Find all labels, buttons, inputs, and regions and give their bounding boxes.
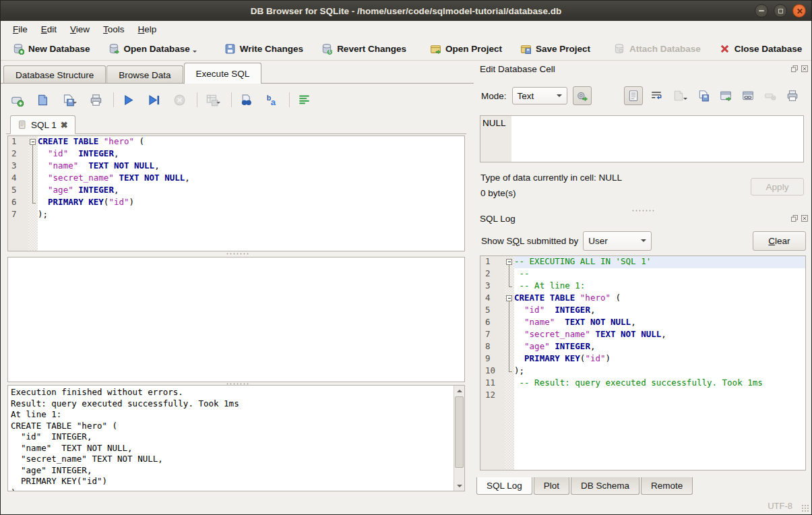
dock-float-icon[interactable] (790, 65, 799, 75)
splitter-docks[interactable] (480, 209, 806, 212)
resize-grip[interactable] (801, 504, 809, 512)
auto-complete-button[interactable]: ba (263, 92, 280, 109)
window-controls (755, 4, 806, 18)
db-arrow-icon (108, 43, 120, 55)
line-number: 8 (480, 341, 505, 353)
print-cell-button[interactable] (784, 87, 801, 104)
messages-scrollbar[interactable] (454, 386, 464, 491)
menu-tools[interactable]: Tools (96, 22, 131, 36)
attach-database-button[interactable]: Attach Database (609, 40, 706, 57)
dock-close-icon[interactable] (801, 65, 809, 75)
fold-collapse-icon[interactable] (28, 136, 38, 148)
menu-file[interactable]: File (6, 22, 34, 36)
fold-collapse-icon[interactable] (505, 256, 514, 268)
set-null-button[interactable] (761, 87, 779, 104)
line-number: 1 (480, 256, 505, 268)
line-number: 6 (8, 197, 28, 209)
main-tab-bar: Database StructureBrowse DataExecute SQL (3, 63, 262, 84)
gear-arrow-icon (576, 90, 588, 102)
write-changes-button[interactable]: Write Changes (220, 40, 308, 57)
sql-tab-close-icon[interactable] (61, 121, 68, 129)
copy-cell-link-button[interactable] (739, 87, 757, 104)
tab-database-structure[interactable]: Database Structure (3, 65, 106, 84)
sql-document-icon (18, 120, 27, 129)
fold-guide (505, 365, 514, 377)
message-line: Result: query executed successfully. Too… (11, 398, 451, 410)
code-line: 6 "name" TEXT NOT NULL, (480, 317, 805, 329)
sql-tab[interactable]: SQL 1 (10, 115, 75, 134)
scroll-down-icon[interactable] (454, 481, 464, 491)
mode-value: Text (518, 91, 534, 101)
maximize-button[interactable] (774, 4, 787, 18)
clear-button[interactable]: Clear (753, 231, 806, 251)
apply-button[interactable]: Apply (751, 178, 804, 195)
sql-editor[interactable]: 1CREATE TABLE "hero" (2 "id" INTEGER,3 "… (7, 135, 465, 251)
text-mode-button[interactable] (624, 86, 643, 105)
toolbar-separator (231, 92, 232, 107)
splitter-editor-results[interactable] (1, 252, 474, 255)
line-number: 6 (480, 317, 505, 329)
find-replace-button[interactable] (238, 92, 255, 109)
new-sql-tab-button[interactable] (9, 92, 26, 109)
sql-log-view[interactable]: 1-- EXECUTING ALL IN 'SQL 1'2 --3 -- At … (480, 255, 806, 471)
line-number: 9 (480, 353, 505, 365)
results-pane[interactable] (7, 257, 465, 382)
cell-editor[interactable]: NULL (480, 115, 804, 162)
submitted-by-select[interactable]: User (583, 231, 652, 251)
code-line: 11 -- Result: query executed successfull… (480, 377, 805, 390)
fold-collapse-icon[interactable] (505, 293, 514, 305)
open-project-button[interactable]: Open Project (425, 40, 507, 57)
open-database-label: Open Database (124, 44, 190, 54)
mode-select[interactable]: Text (512, 87, 567, 104)
save-project-button[interactable]: Save Project (516, 40, 595, 57)
menu-view[interactable]: View (63, 22, 96, 36)
new-database-button[interactable]: New Database (8, 40, 95, 57)
execute-current-line-button[interactable] (146, 92, 162, 109)
menu-help[interactable]: Help (131, 22, 164, 36)
stop-execution-button[interactable] (171, 92, 188, 109)
open-sql-file-button[interactable] (34, 92, 51, 109)
bottom-tab-db-schema[interactable]: DB Schema (571, 477, 639, 495)
dock-float-icon[interactable] (790, 214, 799, 224)
save-sql-file-button[interactable] (60, 92, 79, 109)
sql-log-dock-header: SQL Log (480, 214, 809, 227)
bottom-tab-remote[interactable]: Remote (641, 477, 693, 495)
export-cell-data-button[interactable] (695, 87, 712, 104)
filter-label: Show SQL submitted by (481, 236, 578, 246)
dropdown-caret-icon (73, 102, 77, 106)
code-text: "secret_name" TEXT NOT NULL, (38, 173, 190, 185)
menu-edit[interactable]: Edit (34, 22, 63, 36)
minimize-button[interactable] (755, 4, 768, 18)
close-database-button[interactable]: Close Database (714, 40, 807, 57)
open-in-external-app-button[interactable] (717, 87, 735, 104)
bottom-tab-sql-log[interactable]: SQL Log (476, 477, 532, 495)
db-attach-icon (614, 43, 625, 55)
revert-changes-button[interactable]: Revert Changes (317, 40, 411, 57)
import-cell-data-button[interactable] (670, 87, 690, 104)
indent-lines-icon (298, 94, 311, 107)
scrollbar-thumb[interactable] (455, 396, 464, 468)
message-line: "age" INTEGER, (11, 465, 451, 477)
mode-settings-button[interactable] (573, 86, 592, 105)
close-button[interactable] (792, 4, 806, 18)
save-results-button[interactable] (204, 92, 222, 109)
line-number: 3 (8, 160, 28, 173)
encoding-label: UTF-8 (768, 501, 792, 511)
bottom-tab-plot[interactable]: Plot (534, 477, 569, 495)
code-line: 3 -- At line 1: (480, 280, 805, 293)
scroll-up-icon[interactable] (454, 386, 464, 396)
messages-pane[interactable]: Execution finished without errors.Result… (7, 385, 465, 491)
title-bar[interactable]: DB Browser for SQLite - /home/user/code/… (1, 1, 811, 21)
word-wrap-button[interactable] (648, 87, 665, 104)
fold-guide (505, 341, 514, 353)
format-sql-button[interactable] (296, 92, 313, 109)
open-database-button[interactable]: Open Database (104, 40, 201, 57)
line-number: 10 (480, 365, 505, 377)
print-sql-button[interactable] (88, 92, 104, 109)
tab-browse-data[interactable]: Browse Data (106, 65, 183, 84)
import-gray-icon (673, 90, 685, 102)
mode-label: Mode: (481, 91, 507, 101)
dock-close-icon[interactable] (801, 214, 809, 224)
execute-all-button[interactable] (120, 92, 137, 109)
tab-execute-sql[interactable]: Execute SQL (184, 63, 262, 84)
